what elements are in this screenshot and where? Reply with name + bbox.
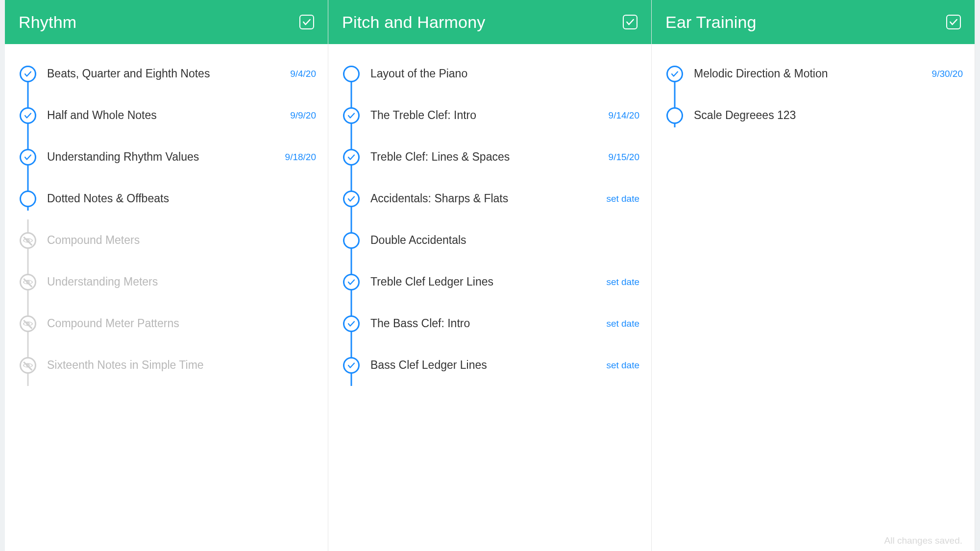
- lesson-label: Understanding Meters: [40, 275, 316, 288]
- lesson-item[interactable]: Scale Degreees 123: [662, 95, 963, 136]
- lesson-item[interactable]: Accidentals: Sharps & Flats set date: [339, 178, 639, 219]
- lesson-item[interactable]: Understanding Meters: [16, 261, 316, 303]
- node-wrap: [662, 95, 687, 136]
- status-node[interactable]: [20, 107, 36, 124]
- status-node[interactable]: [343, 274, 360, 290]
- status-node[interactable]: [20, 357, 36, 374]
- node-wrap: [339, 136, 364, 178]
- lesson-item[interactable]: Treble Clef Ledger Lines set date: [339, 261, 639, 303]
- lesson-item[interactable]: The Bass Clef: Intro set date: [339, 303, 639, 344]
- status-node[interactable]: [343, 107, 360, 124]
- lesson-label: Bass Clef Ledger Lines: [364, 359, 601, 372]
- column-header: Rhythm: [5, 0, 328, 44]
- column-complete-checkbox[interactable]: [946, 15, 961, 29]
- node-wrap: [16, 261, 40, 303]
- column-header: Pitch and Harmony: [328, 0, 651, 44]
- lesson-label: Melodic Direction & Motion: [687, 67, 927, 80]
- status-node[interactable]: [343, 66, 360, 82]
- lesson-date[interactable]: set date: [601, 277, 639, 287]
- column-complete-checkbox[interactable]: [299, 15, 314, 29]
- status-node[interactable]: [666, 107, 683, 124]
- column-ear-training: Ear Training Melodic Direction & Motion …: [652, 0, 975, 551]
- status-node[interactable]: [20, 232, 36, 249]
- status-node[interactable]: [343, 315, 360, 332]
- check-icon: [670, 70, 679, 78]
- lesson-label: Sixteenth Notes in Simple Time: [40, 359, 316, 372]
- lesson-item[interactable]: Treble Clef: Lines & Spaces 9/15/20: [339, 136, 639, 178]
- lesson-item[interactable]: Layout of the Piano: [339, 53, 639, 95]
- lesson-label: Layout of the Piano: [364, 67, 635, 80]
- lesson-label: Compound Meter Patterns: [40, 317, 316, 330]
- lesson-date[interactable]: set date: [601, 193, 639, 204]
- column-complete-checkbox[interactable]: [623, 15, 637, 29]
- lesson-date[interactable]: 9/15/20: [604, 152, 639, 163]
- node-wrap: [339, 303, 364, 344]
- lesson-item[interactable]: Half and Whole Notes 9/9/20: [16, 95, 316, 136]
- lesson-date[interactable]: 9/9/20: [285, 110, 316, 121]
- lesson-item[interactable]: Bass Clef Ledger Lines set date: [339, 344, 639, 386]
- status-node[interactable]: [20, 315, 36, 332]
- lesson-label: Understanding Rhythm Values: [40, 150, 280, 164]
- lesson-date[interactable]: 9/4/20: [285, 69, 316, 79]
- column-title: Pitch and Harmony: [342, 13, 486, 32]
- status-node[interactable]: [20, 149, 36, 166]
- status-node[interactable]: [20, 66, 36, 82]
- lesson-label: Dotted Notes & Offbeats: [40, 192, 311, 205]
- lesson-item[interactable]: Double Accidentals: [339, 219, 639, 261]
- lesson-item[interactable]: Compound Meter Patterns: [16, 303, 316, 344]
- column-body: Layout of the Piano The Treble Clef: Int…: [328, 44, 651, 551]
- node-wrap: [16, 95, 40, 136]
- lesson-item[interactable]: Dotted Notes & Offbeats: [16, 178, 316, 219]
- node-wrap: [339, 344, 364, 386]
- lesson-date[interactable]: set date: [601, 318, 639, 329]
- lesson-date[interactable]: 9/14/20: [604, 110, 639, 121]
- lesson-label: Treble Clef: Lines & Spaces: [364, 150, 604, 164]
- column-pitch-harmony: Pitch and Harmony Layout of the Piano: [328, 0, 652, 551]
- lesson-label: Beats, Quarter and Eighth Notes: [40, 67, 285, 80]
- node-wrap: [339, 261, 364, 303]
- lesson-item[interactable]: Melodic Direction & Motion 9/30/20: [662, 53, 963, 95]
- node-wrap: [339, 95, 364, 136]
- node-wrap: [339, 178, 364, 219]
- lesson-label: Scale Degreees 123: [687, 109, 958, 122]
- board: Rhythm Beats, Quarter and Eighth Notes 9…: [5, 0, 975, 551]
- column-title: Ear Training: [665, 13, 757, 32]
- node-wrap: [16, 219, 40, 261]
- node-wrap: [16, 303, 40, 344]
- save-status: All changes saved.: [884, 535, 963, 546]
- column-body: Beats, Quarter and Eighth Notes 9/4/20 H…: [5, 44, 328, 551]
- status-node[interactable]: [343, 191, 360, 207]
- hidden-icon: [23, 236, 33, 245]
- status-node[interactable]: [343, 357, 360, 374]
- lesson-label: The Treble Clef: Intro: [364, 109, 604, 122]
- check-icon: [24, 153, 32, 162]
- lesson-label: Half and Whole Notes: [40, 109, 285, 122]
- status-node[interactable]: [343, 149, 360, 166]
- column-header: Ear Training: [652, 0, 975, 44]
- lesson-item[interactable]: Beats, Quarter and Eighth Notes 9/4/20: [16, 53, 316, 95]
- column-title: Rhythm: [19, 13, 76, 32]
- column-rhythm: Rhythm Beats, Quarter and Eighth Notes 9…: [5, 0, 328, 551]
- status-node[interactable]: [20, 274, 36, 290]
- lesson-date[interactable]: 9/18/20: [280, 152, 316, 163]
- lesson-item[interactable]: Sixteenth Notes in Simple Time: [16, 344, 316, 386]
- lesson-label: Compound Meters: [40, 234, 316, 247]
- lesson-label: Double Accidentals: [364, 234, 635, 247]
- lesson-label: Accidentals: Sharps & Flats: [364, 192, 601, 205]
- node-wrap: [339, 219, 364, 261]
- status-node[interactable]: [20, 191, 36, 207]
- lesson-date[interactable]: set date: [601, 360, 639, 371]
- lesson-item[interactable]: Compound Meters: [16, 219, 316, 261]
- node-wrap: [16, 344, 40, 386]
- lesson-item[interactable]: The Treble Clef: Intro 9/14/20: [339, 95, 639, 136]
- lesson-date[interactable]: 9/30/20: [927, 69, 963, 79]
- lesson-item[interactable]: Understanding Rhythm Values 9/18/20: [16, 136, 316, 178]
- status-node[interactable]: [666, 66, 683, 82]
- check-icon: [24, 111, 32, 120]
- hidden-icon: [23, 360, 33, 370]
- node-wrap: [16, 178, 40, 219]
- hidden-icon: [23, 319, 33, 329]
- status-node[interactable]: [343, 232, 360, 249]
- check-icon: [347, 153, 356, 162]
- column-body: Melodic Direction & Motion 9/30/20 Scale…: [652, 44, 975, 551]
